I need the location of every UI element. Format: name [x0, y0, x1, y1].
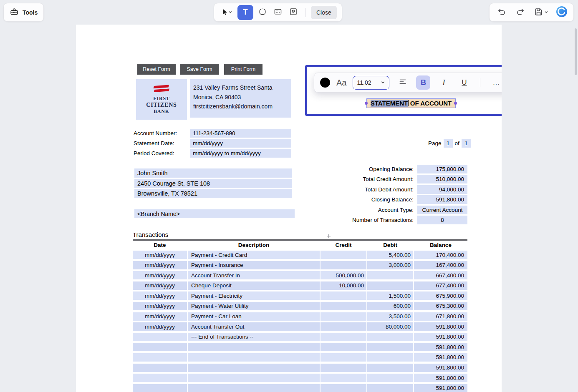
- print-form-button[interactable]: Print Form: [224, 64, 262, 75]
- transaction-cell[interactable]: 1,500.00: [367, 291, 413, 300]
- statement-title-field[interactable]: STATEMENT OF ACCOUNT: [366, 98, 456, 108]
- transaction-cell[interactable]: [188, 343, 320, 351]
- transaction-cell[interactable]: [321, 261, 366, 269]
- font-color-button[interactable]: [320, 78, 330, 88]
- bank-address-field[interactable]: 231 Valley Farms Street Santa Monica, CA…: [190, 79, 291, 118]
- transaction-cell[interactable]: [367, 384, 413, 392]
- transaction-cell[interactable]: [321, 364, 366, 372]
- vertical-scrollbar[interactable]: [575, 28, 577, 75]
- transaction-cell[interactable]: mm/dd/yyyy: [133, 302, 187, 310]
- transaction-cell[interactable]: 667,400.00: [414, 271, 467, 279]
- transaction-cell[interactable]: [133, 333, 187, 341]
- transaction-cell[interactable]: mm/dd/yyyy: [133, 322, 187, 331]
- statement-date-field[interactable]: mm/dd/yyyy: [190, 139, 291, 148]
- font-size-dropdown[interactable]: 11.02: [353, 76, 389, 90]
- transaction-cell[interactable]: [188, 374, 320, 382]
- branch-name-field[interactable]: <Branch Name>: [134, 209, 295, 218]
- transaction-cell[interactable]: [133, 364, 187, 372]
- transaction-cell[interactable]: Payment - Car Loan: [188, 312, 320, 321]
- more-options-button[interactable]: ...: [489, 75, 502, 90]
- transaction-cell[interactable]: [367, 374, 413, 382]
- save-button[interactable]: [532, 5, 550, 20]
- select-tool-button[interactable]: [219, 5, 235, 20]
- transaction-cell[interactable]: 167,400.00: [414, 261, 467, 269]
- save-form-button[interactable]: Save Form: [180, 64, 219, 75]
- transaction-cell[interactable]: mm/dd/yyyy: [133, 312, 187, 321]
- transaction-cell[interactable]: 591,800.00: [414, 333, 467, 341]
- summary-value-field[interactable]: 94,000.00: [417, 185, 467, 194]
- text-tool-button[interactable]: T: [237, 5, 253, 20]
- transaction-cell[interactable]: mm/dd/yyyy: [133, 261, 187, 269]
- transaction-cell[interactable]: [321, 333, 366, 341]
- transaction-cell[interactable]: 591,800.00: [414, 322, 467, 331]
- summary-value-field[interactable]: 591,800.00: [417, 195, 467, 204]
- transaction-cell[interactable]: 591,800.00: [414, 353, 467, 362]
- customer-name-field[interactable]: John Smith: [134, 168, 292, 178]
- transaction-cell[interactable]: 675,900.00: [414, 291, 467, 300]
- transaction-cell[interactable]: 675,300.00: [414, 302, 467, 310]
- transaction-cell[interactable]: [321, 353, 366, 362]
- close-button[interactable]: Close: [311, 6, 337, 19]
- page-total-field[interactable]: 1: [462, 139, 471, 148]
- transaction-cell[interactable]: --- End of Transactions --: [188, 333, 320, 341]
- transaction-cell[interactable]: [367, 281, 413, 290]
- transaction-cell[interactable]: [321, 384, 366, 392]
- summary-value-field[interactable]: 175,800.00: [417, 165, 467, 173]
- transaction-cell[interactable]: Payment - Water Utility: [188, 302, 320, 310]
- bold-button[interactable]: B: [416, 75, 430, 90]
- font-family-button[interactable]: Aa: [336, 78, 346, 88]
- transaction-cell[interactable]: 591,800.00: [414, 343, 467, 351]
- transaction-cell[interactable]: [321, 343, 366, 351]
- transaction-cell[interactable]: Cheque Deposit: [188, 281, 320, 290]
- account-number-field[interactable]: 111-234-567-890: [190, 129, 291, 138]
- underline-button[interactable]: U: [457, 75, 471, 90]
- transaction-cell[interactable]: Payment - Credit Card: [188, 251, 320, 259]
- transaction-cell[interactable]: [133, 374, 187, 382]
- transaction-cell[interactable]: 677,400.00: [414, 281, 467, 290]
- transaction-cell[interactable]: 10,000.00: [321, 281, 366, 290]
- transaction-cell[interactable]: [367, 343, 413, 351]
- transaction-cell[interactable]: 3,000.00: [367, 261, 413, 269]
- tools-button[interactable]: Tools: [3, 3, 44, 22]
- transaction-cell[interactable]: Payment - Insurance: [188, 261, 320, 269]
- transaction-cell[interactable]: 591,800.00: [414, 374, 467, 382]
- transaction-cell[interactable]: [321, 312, 366, 321]
- transaction-cell[interactable]: 500,000.00: [321, 271, 366, 279]
- transaction-cell[interactable]: 591,800.00: [414, 364, 467, 372]
- transaction-cell[interactable]: [188, 353, 320, 362]
- sign-tool-button[interactable]: [287, 5, 300, 20]
- transaction-cell[interactable]: [367, 271, 413, 279]
- transaction-cell[interactable]: [321, 291, 366, 300]
- transaction-cell[interactable]: [321, 302, 366, 310]
- transaction-cell[interactable]: [321, 374, 366, 382]
- transaction-cell[interactable]: Payment - Electricity: [188, 291, 320, 300]
- undo-button[interactable]: [495, 5, 508, 20]
- transaction-cell[interactable]: [321, 322, 366, 331]
- transaction-cell[interactable]: [367, 333, 413, 341]
- transaction-cell[interactable]: [188, 384, 320, 392]
- transaction-cell[interactable]: 671,800.00: [414, 312, 467, 321]
- transaction-cell[interactable]: 3,500.00: [367, 312, 413, 321]
- reset-form-button[interactable]: Reset Form: [137, 64, 176, 75]
- summary-value-field[interactable]: 8: [417, 216, 467, 224]
- transaction-cell[interactable]: Account Transfer In: [188, 271, 320, 279]
- transaction-cell[interactable]: 5,400.00: [367, 251, 413, 259]
- customer-address1-field[interactable]: 2450 Courage St, STE 108: [134, 179, 292, 188]
- customer-address2-field[interactable]: Brownsville, TX 78521: [134, 189, 292, 198]
- transaction-cell[interactable]: 80,000.00: [367, 322, 413, 331]
- form-tool-button[interactable]: [272, 5, 284, 20]
- transaction-cell[interactable]: mm/dd/yyyy: [133, 251, 187, 259]
- transaction-cell[interactable]: 600.00: [367, 302, 413, 310]
- summary-value-field[interactable]: 510,000.00: [417, 175, 467, 183]
- resize-handle-left[interactable]: [365, 102, 368, 105]
- transaction-cell[interactable]: Account Transfer Out: [188, 322, 320, 331]
- transaction-cell[interactable]: mm/dd/yyyy: [133, 271, 187, 279]
- period-covered-field[interactable]: mm/dd/yyyy to mm/dd/yyyy: [190, 149, 291, 158]
- transaction-cell[interactable]: mm/dd/yyyy: [133, 281, 187, 290]
- transaction-cell[interactable]: mm/dd/yyyy: [133, 291, 187, 300]
- transaction-cell[interactable]: [367, 353, 413, 362]
- summary-value-field[interactable]: Current Account: [417, 206, 467, 214]
- transaction-cell[interactable]: [188, 364, 320, 372]
- app-logo[interactable]: [556, 6, 568, 19]
- transaction-cell[interactable]: 591,800.00: [414, 384, 467, 392]
